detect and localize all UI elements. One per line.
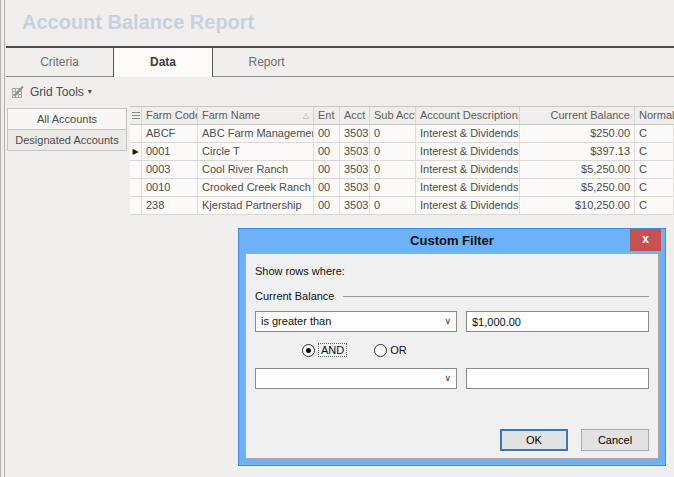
column-header-sub-acct[interactable]: Sub Acct (370, 107, 416, 124)
close-button[interactable]: x (630, 229, 661, 251)
cell-farm-name: ABC Farm Management (198, 125, 314, 142)
cell-normal: C (635, 179, 674, 196)
column-header-account-description[interactable]: Account Description (416, 107, 520, 124)
value-1-input[interactable] (466, 311, 649, 332)
column-header-current-balance[interactable]: Current Balance (520, 107, 635, 124)
column-header-ent[interactable]: Ent (314, 107, 340, 124)
operator-1-value: is greater than (261, 315, 331, 327)
chevron-down-icon: ∨ (444, 369, 451, 388)
filter-field-row: Current Balance (255, 290, 649, 302)
value-2-input[interactable] (466, 368, 649, 389)
dialog-prompt: Show rows where: (255, 265, 649, 277)
table-row[interactable]: 0003 Cool River Ranch 00 3503 0 Interest… (130, 161, 674, 179)
cell-farm-code: 0010 (142, 179, 198, 196)
cell-ent: 00 (314, 161, 340, 178)
filter-field-label: Current Balance (255, 290, 335, 302)
sidebar: All Accounts Designated Accounts (7, 108, 127, 151)
radio-and-label: AND (318, 343, 347, 357)
cell-description: Interest & Dividends (416, 143, 520, 160)
row-indicator (130, 125, 142, 142)
grid-header-row: Farm Code Farm Name △ Ent Acct Sub Acct … (130, 106, 674, 125)
radio-or-label: OR (390, 344, 407, 356)
row-indicator (130, 197, 142, 214)
cell-acct: 3503 (340, 125, 370, 142)
page-title: Account Balance Report (22, 11, 254, 34)
radio-or[interactable]: OR (374, 344, 407, 357)
condition-1-row: is greater than ∨ (255, 311, 649, 332)
caret-down-icon: ▾ (88, 87, 92, 96)
cell-farm-code: 0003 (142, 161, 198, 178)
operator-2-dropdown[interactable]: ∨ (255, 368, 457, 389)
cell-ent: 00 (314, 179, 340, 196)
cell-description: Interest & Dividends (416, 125, 520, 142)
operator-1-dropdown[interactable]: is greater than ∨ (255, 311, 457, 332)
cell-ent: 00 (314, 143, 340, 160)
radio-or-circle (374, 344, 387, 357)
field-rule (343, 296, 650, 297)
dialog-titlebar[interactable]: Custom Filter (239, 229, 665, 253)
cell-sub-acct: 0 (370, 143, 416, 160)
cell-sub-acct: 0 (370, 161, 416, 178)
radio-and-circle (302, 344, 315, 357)
tab-criteria[interactable]: Criteria (6, 48, 113, 76)
tab-data[interactable]: Data (113, 48, 213, 77)
cell-ent: 00 (314, 197, 340, 214)
cell-description: Interest & Dividends (416, 197, 520, 214)
table-row[interactable]: ABCF ABC Farm Management 00 3503 0 Inter… (130, 125, 674, 143)
dialog-title: Custom Filter (410, 233, 494, 248)
cell-acct: 3503 (340, 179, 370, 196)
left-splitter[interactable] (0, 0, 5, 477)
table-row[interactable]: 238 Kjerstad Partnership 00 3503 0 Inter… (130, 197, 674, 215)
cell-farm-code: 0001 (142, 143, 198, 160)
column-chooser-button[interactable] (130, 107, 142, 124)
dialog-body: Show rows where: Current Balance is grea… (245, 253, 659, 459)
cell-normal: C (635, 161, 674, 178)
cell-normal: C (635, 125, 674, 142)
column-header-farm-code[interactable]: Farm Code (142, 107, 198, 124)
cell-ent: 00 (314, 125, 340, 142)
cell-acct: 3503 (340, 161, 370, 178)
condition-2-row: ∨ (255, 368, 649, 389)
cell-description: Interest & Dividends (416, 179, 520, 196)
sort-ascending-icon: △ (303, 107, 309, 124)
cell-balance: $397.13 (520, 143, 635, 160)
tab-strip: Criteria Data Report (6, 48, 674, 77)
custom-filter-dialog: Custom Filter x Show rows where: Current… (238, 228, 666, 466)
chevron-down-icon: ∨ (444, 312, 451, 331)
dialog-buttons: OK Cancel (500, 429, 649, 451)
cell-normal: C (635, 143, 674, 160)
grid-tools-button[interactable]: Grid Tools ▾ (6, 80, 92, 103)
cell-balance: $250.00 (520, 125, 635, 142)
cell-description: Interest & Dividends (416, 161, 520, 178)
column-header-normal-balance[interactable]: Normal B (635, 107, 674, 124)
close-icon: x (642, 232, 649, 246)
column-header-farm-name[interactable]: Farm Name △ (198, 107, 314, 124)
sidebar-item-designated-accounts[interactable]: Designated Accounts (7, 129, 127, 151)
cell-sub-acct: 0 (370, 197, 416, 214)
radio-and[interactable]: AND (302, 343, 347, 357)
table-row-current[interactable]: ▶ 0001 Circle T 00 3503 0 Interest & Div… (130, 143, 674, 161)
ok-button[interactable]: OK (500, 429, 568, 451)
row-indicator (130, 179, 142, 196)
cell-farm-name: Kjerstad Partnership (198, 197, 314, 214)
cell-sub-acct: 0 (370, 179, 416, 196)
cell-farm-name: Crooked Creek Ranch (198, 179, 314, 196)
cell-farm-code: ABCF (142, 125, 198, 142)
column-header-farm-name-label: Farm Name (202, 107, 260, 124)
cell-balance: $5,250.00 (520, 179, 635, 196)
logic-radio-group: AND OR (302, 342, 649, 358)
cell-farm-code: 238 (142, 197, 198, 214)
cell-balance: $5,250.00 (520, 161, 635, 178)
grid-tools-label: Grid Tools (30, 85, 84, 99)
cell-balance: $10,250.00 (520, 197, 635, 214)
sidebar-item-all-accounts[interactable]: All Accounts (7, 108, 127, 130)
tab-report[interactable]: Report (213, 48, 320, 76)
cell-sub-acct: 0 (370, 125, 416, 142)
cancel-button[interactable]: Cancel (581, 429, 649, 451)
column-header-acct[interactable]: Acct (340, 107, 370, 124)
column-chooser-icon (132, 112, 140, 119)
cell-acct: 3503 (340, 143, 370, 160)
table-row[interactable]: 0010 Crooked Creek Ranch 00 3503 0 Inter… (130, 179, 674, 197)
row-indicator (130, 161, 142, 178)
cell-acct: 3503 (340, 197, 370, 214)
